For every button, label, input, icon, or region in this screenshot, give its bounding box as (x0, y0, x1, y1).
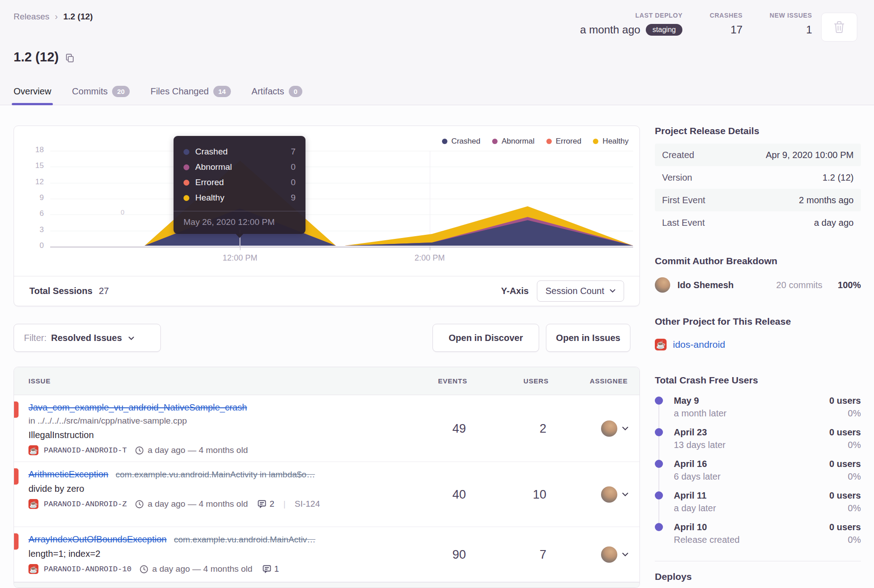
environment-badge: staging (646, 24, 683, 36)
tab-commits[interactable]: Commits 20 (72, 86, 130, 105)
column-events: EVENTS (438, 377, 467, 385)
open-in-issues-button[interactable]: Open in Issues (546, 324, 630, 352)
x-axis-tick (430, 247, 430, 250)
y-axis-tick-label: 15 (23, 161, 44, 170)
breadcrumb-current: 1.2 (12) (63, 12, 93, 22)
java-project-icon: ☕ (655, 339, 667, 350)
timeline-dot-icon (655, 491, 663, 499)
list-item: April 110 users a day later0% (655, 490, 861, 516)
legend-item-crashed[interactable]: Crashed (442, 137, 480, 146)
issue-age: a day ago — 4 months old (135, 445, 248, 455)
timeline-dot-icon (655, 523, 663, 531)
clock-icon (135, 500, 144, 509)
x-axis-line (50, 247, 633, 247)
comment-icon (258, 500, 266, 508)
breadcrumb-releases-link[interactable]: Releases (14, 12, 49, 22)
tooltip-dot-icon (183, 149, 189, 155)
resolved-indicator-bar (14, 468, 19, 485)
chevron-down-icon (610, 289, 616, 293)
timeline-dot-icon (655, 460, 663, 468)
chevron-down-icon (128, 336, 134, 341)
tab-files-changed[interactable]: Files Changed 14 (150, 86, 231, 105)
legend-item-abnormal[interactable]: Abnormal (492, 137, 535, 146)
legend-dot-icon (593, 139, 598, 144)
release-sidebar: Project Release Details Created Apr 9, 2… (655, 126, 861, 582)
issue-message: length=1; index=2 (28, 549, 639, 559)
commit-author-row: Ido Shemesh 20 commits 100% (655, 277, 861, 293)
table-row: ArithmeticException com.example.vu.andro… (14, 462, 639, 527)
list-item: April 160 users 6 days later0% (655, 459, 861, 484)
table-header: ISSUE EVENTS USERS ASSIGNEE (14, 367, 639, 395)
issue-title-link[interactable]: ArrayIndexOutOfBoundsException (28, 534, 167, 545)
issue-title-link[interactable]: Java_com_example_vu_android_NativeSample… (28, 402, 247, 413)
crash-free-timeline: May 90 users a month later0% April 230 u… (655, 396, 861, 547)
y-axis-tick-label: 9 (23, 193, 44, 202)
crash-free-title: Total Crash Free Users (655, 375, 861, 386)
other-project-title: Other Project for This Release (655, 316, 861, 327)
assignee-dropdown[interactable] (601, 546, 629, 563)
trash-icon (833, 21, 845, 33)
column-assignee: ASSIGNEE (590, 377, 628, 385)
assignee-dropdown[interactable] (601, 420, 629, 437)
copy-version-button[interactable] (65, 53, 75, 63)
issue-message: IllegalInstruction (28, 430, 639, 440)
comment-icon (263, 565, 271, 573)
assignee-avatar (601, 486, 617, 503)
tooltip-dot-icon (183, 195, 189, 201)
y-axis-tick-label: 12 (23, 177, 44, 187)
total-sessions-label: Total Sessions (29, 286, 93, 296)
deploys-title: Deploys (655, 571, 861, 582)
list-item: May 90 users a month later0% (655, 396, 861, 421)
legend-item-healthy[interactable]: Healthy (593, 137, 629, 146)
users-count: 2 (540, 421, 546, 435)
stat-new-issues: NEW ISSUES 1 (770, 12, 812, 36)
tooltip-row-errored: Errored0 (183, 175, 296, 190)
resolved-indicator-bar (14, 401, 19, 418)
issue-title-link[interactable]: ArithmeticException (28, 469, 108, 480)
delete-release-button[interactable] (821, 13, 857, 42)
stat-crashes: CRASHES 17 (710, 12, 742, 36)
breadcrumb: Releases › 1.2 (12) (14, 12, 93, 22)
issue-age: a day ago — 4 months old (140, 564, 253, 574)
list-item: April 230 users 13 days later0% (655, 427, 861, 453)
events-count: 40 (452, 487, 466, 501)
crashes-label: CRASHES (710, 12, 742, 19)
assignee-avatar (601, 420, 617, 437)
clock-icon (135, 446, 144, 455)
page-title: 1.2 (12) (14, 50, 75, 65)
artifacts-count-badge: 0 (289, 86, 302, 97)
list-item: April 100 users Release created0% (655, 522, 861, 547)
legend-item-errored[interactable]: Errored (546, 137, 582, 146)
new-issues-label: NEW ISSUES (770, 12, 812, 19)
open-in-discover-button[interactable]: Open in Discover (432, 324, 539, 352)
tab-overview[interactable]: Overview (14, 86, 51, 105)
issue-age: a day ago — 4 months old (135, 499, 248, 509)
resolved-issues-table: ISSUE EVENTS USERS ASSIGNEE Java_com_exa… (14, 367, 640, 588)
meta-divider: | (283, 499, 286, 509)
y-axis-tick-label: 6 (23, 209, 44, 218)
tooltip-row-abnormal: Abnormal0 (183, 159, 296, 175)
table-row: Java_com_example_vu_android_NativeSample… (14, 395, 639, 462)
sessions-area-chart[interactable] (50, 136, 633, 247)
users-count: 10 (533, 487, 546, 501)
files-changed-count-badge: 14 (213, 86, 231, 97)
copy-icon (65, 53, 75, 63)
issue-culprit: com.example.vu.android.MainActivity in l… (116, 470, 315, 480)
last-deploy-value: a month ago (580, 23, 640, 36)
project-slug: PARANOID-ANDROID-Z (44, 500, 127, 509)
chevron-down-icon (622, 426, 629, 431)
issue-short-id: SI-124 (295, 499, 320, 509)
assignee-dropdown[interactable] (601, 486, 629, 503)
deploys-section: Deploys (655, 561, 861, 582)
assignee-avatar (601, 546, 617, 563)
comments-count: 1 (263, 564, 279, 574)
other-project-link[interactable]: idos-android (673, 339, 725, 350)
issues-filter-dropdown[interactable]: Filter: Resolved Issues (14, 324, 161, 352)
release-tabs: Overview Commits 20 Files Changed 14 Art… (14, 86, 302, 105)
column-users: USERS (523, 377, 549, 385)
table-row: ArrayIndexOutOfBoundsException com.examp… (14, 527, 639, 582)
tab-artifacts[interactable]: Artifacts 0 (252, 86, 303, 105)
total-sessions-value: 27 (99, 286, 109, 296)
y-axis-select[interactable]: Session Count (537, 280, 624, 302)
timeline-dot-icon (655, 397, 663, 405)
